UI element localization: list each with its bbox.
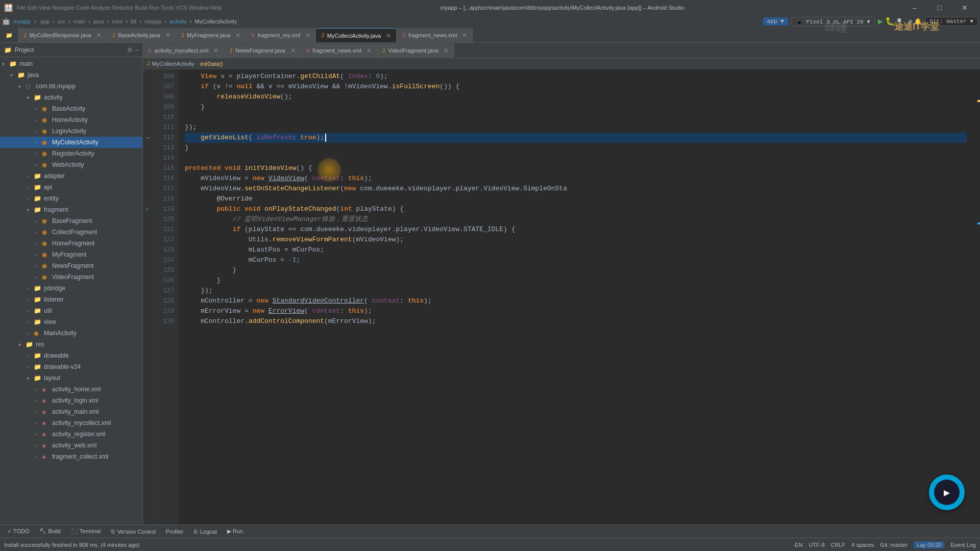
maximize-button[interactable]: □: [928, 0, 951, 15]
project-panel-header: 📁 Project ⚙ –: [0, 43, 142, 57]
tree-item-webactivity[interactable]: ›◉WebActivity: [0, 159, 142, 170]
tab-build[interactable]: 🔨 Build: [34, 527, 66, 536]
tree-item-mycollectactivity[interactable]: ›◉MyCollectActivity: [0, 137, 142, 148]
tree-item-com-ttit-myapp[interactable]: ▾⬡com.ttit.myapp: [0, 81, 142, 92]
status-message: Install successfully finished in 908 ms.…: [4, 542, 139, 548]
tree-item-videofragment[interactable]: ›◉VideoFragment: [0, 271, 142, 283]
tree-item-res[interactable]: ▾📁res: [0, 339, 142, 350]
status-encoding: UTF-8: [808, 542, 824, 548]
minimize-button[interactable]: –: [903, 0, 926, 15]
tree-item-activity[interactable]: ▾📁activity: [0, 92, 142, 103]
status-event-log[interactable]: Event Log: [950, 542, 976, 548]
code-editor[interactable]: View v = playerContainer.getChildAt( ind…: [179, 69, 973, 524]
close-button[interactable]: ✕: [953, 0, 976, 15]
window-title: myapp – [...app\src\main\java\com\ttit\m…: [226, 5, 899, 11]
line-numbers: 1061071081091101111121131141151161171181…: [153, 69, 179, 524]
status-git: Git: master: [880, 542, 908, 548]
tree-item-util[interactable]: ›📁util: [0, 305, 142, 316]
tree-item-main[interactable]: ▾📁main: [0, 58, 142, 69]
tree-item-layout[interactable]: ▾📁layout: [0, 372, 142, 384]
status-line-ending: CRLF: [831, 542, 846, 548]
tab-mycollectactivity[interactable]: J MyCollectActivity.java ✕: [316, 28, 397, 42]
tab-todo[interactable]: ✓ TODO: [2, 527, 34, 536]
title-bar: 🪟 File Edit View Navigate Code Analyze R…: [0, 0, 980, 15]
tree-item-jsbridge[interactable]: ›📁jsbridge: [0, 283, 142, 294]
tab-terminal[interactable]: ⬛ Terminal: [66, 527, 106, 536]
window-controls: – □ ✕: [903, 0, 976, 15]
tree-item-listener[interactable]: ›📁listener: [0, 294, 142, 305]
minimap: [973, 69, 980, 524]
tree-item-activity-mycollect-xml[interactable]: ›◈activity_mycollect.xml: [0, 417, 142, 429]
tree-item-myfragment[interactable]: ›◉MyFragment: [0, 249, 142, 260]
tree-item-fragment-collect-xml[interactable]: ›◈fragment_collect.xml: [0, 451, 142, 462]
tree-item-api[interactable]: ›📁api: [0, 182, 142, 193]
tab2-fragmentnewsxml[interactable]: X fragment_news.xml ✕: [301, 43, 377, 58]
tab-profiler[interactable]: Profiler: [161, 528, 189, 536]
menu-bar: 🤖 myapp › app › src › main › java › com …: [0, 15, 980, 28]
project-label: Project: [15, 46, 34, 54]
breadcrumb-class: MyCollectActivity: [152, 61, 194, 67]
tree-item-homeactivity[interactable]: ›◉HomeActivity: [0, 114, 142, 126]
tree-item-activity-main-xml[interactable]: ›◈activity_main.xml: [0, 406, 142, 417]
tree-item-view[interactable]: ›📁view: [0, 316, 142, 328]
tree-item-adapter[interactable]: ›📁adapter: [0, 170, 142, 182]
tab-fragmentmy[interactable]: X fragment_my.xml ✕: [246, 28, 316, 42]
tab-logcat[interactable]: 6: Logcat: [189, 528, 222, 536]
tree-item-drawable[interactable]: ›📁drawable: [0, 350, 142, 361]
tree-item-activity-register-xml[interactable]: ›◈activity_register.xml: [0, 429, 142, 440]
status-bar: Install successfully finished in 908 ms.…: [0, 538, 980, 551]
status-lang: EN: [795, 542, 802, 548]
tree-item-homefragment[interactable]: ›◉HomeFragment: [0, 238, 142, 249]
tab-mycollectresponse[interactable]: J MyCollectResponse.java ✕: [18, 28, 107, 42]
tab-baseactivity[interactable]: J BaseActivity.java ✕: [107, 28, 176, 42]
editor-breadcrumb: J MyCollectActivity › initData(): [143, 58, 980, 69]
tree-item-registeractivity[interactable]: ›◉RegisterActivity: [0, 148, 142, 159]
status-layout: Lay 03:20: [914, 541, 944, 548]
project-tree[interactable]: ▾📁main▾📁java▾⬡com.ttit.myapp▾📁activity›◉…: [0, 57, 142, 524]
gutter-icons: → ▷: [143, 69, 153, 524]
tree-item-basefragment[interactable]: ›◉BaseFragment: [0, 215, 142, 227]
tab-bar-secondary: X activity_mycollect.xml ✕ J NewsFragmen…: [143, 43, 980, 58]
tree-item-drawable-v24[interactable]: ›📁drawable-v24: [0, 361, 142, 372]
bili-widget[interactable]: ▶: [929, 474, 965, 510]
tree-item-baseactivity[interactable]: ›◉BaseActivity: [0, 103, 142, 114]
tree-item-fragment[interactable]: ▾📁fragment: [0, 204, 142, 215]
bottom-tab-bar: ✓ TODO 🔨 Build ⬛ Terminal 9: Version Con…: [0, 524, 980, 538]
tab-myfragment[interactable]: J MyFragment.java ✕: [176, 28, 247, 42]
tab-run[interactable]: ▶ Run: [222, 527, 248, 536]
tree-item-newsfragment[interactable]: ›◉NewsFragment: [0, 260, 142, 271]
tree-item-entity[interactable]: ›📁entity: [0, 193, 142, 204]
tree-item-mainactivity[interactable]: ›◉MainActivity: [0, 328, 142, 339]
tree-item-loginactivity[interactable]: ›◉LoginActivity: [0, 126, 142, 137]
tab-version-control[interactable]: 9: Version Control: [106, 528, 160, 536]
tab2-videofragment[interactable]: J VideoFragment.java ✕: [377, 43, 454, 58]
tree-item-activity-web-xml[interactable]: ›◈activity_web.xml: [0, 440, 142, 451]
tree-item-activity-login-xml[interactable]: ›◈activity_login.xml: [0, 395, 142, 406]
tab-fragmentnews[interactable]: X fragment_news.xml ✕: [397, 28, 473, 42]
tree-item-collectfragment[interactable]: ›◉CollectFragment: [0, 227, 142, 238]
tree-item-java[interactable]: ▾📁java: [0, 69, 142, 81]
breadcrumb-method: initData(): [200, 61, 223, 67]
tab2-activitymycollect[interactable]: X activity_mycollect.xml ✕: [143, 43, 224, 58]
tree-item-activity-home-xml[interactable]: ›◈activity_home.xml: [0, 384, 142, 395]
project-panel: 📁 Project ⚙ – ▾📁main▾📁java▾⬡com.ttit.mya…: [0, 43, 143, 524]
tab2-newsfragment[interactable]: J NewsFragment.java ✕: [224, 43, 301, 58]
status-indent: 4 spaces: [851, 542, 874, 548]
tab-bar-primary: 📁 J MyCollectResponse.java ✕ J BaseActiv…: [0, 28, 980, 43]
